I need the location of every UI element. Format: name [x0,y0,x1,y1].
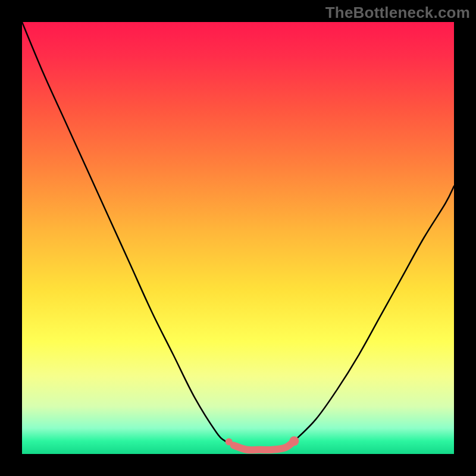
bottleneck-curve [22,22,454,454]
chart-plot-area [22,22,454,454]
trough-band [234,441,295,450]
chart-frame: TheBottleneck.com [0,0,476,476]
trough-end-dot [289,436,299,446]
watermark-label: TheBottleneck.com [325,4,470,22]
trough-start-dot [226,438,233,445]
v-curve [22,22,454,450]
